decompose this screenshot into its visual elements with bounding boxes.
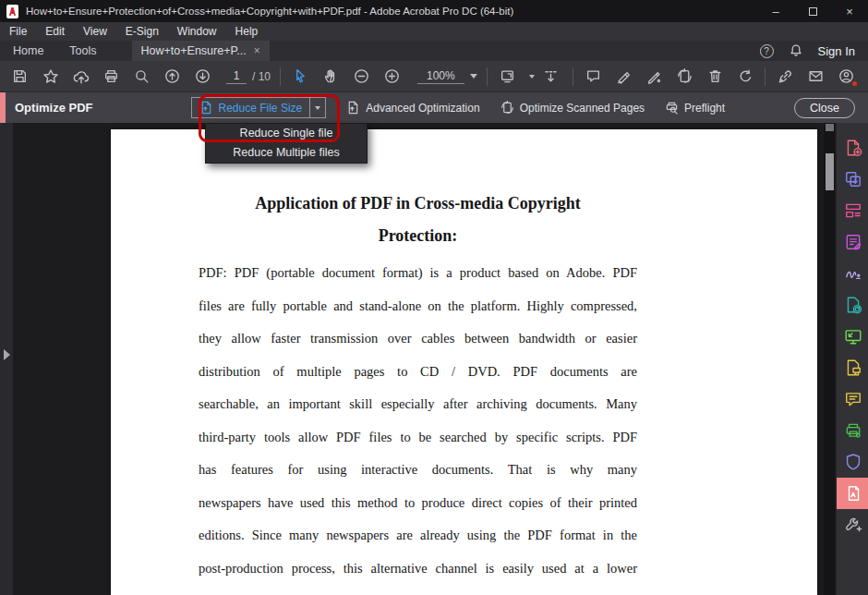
next-page-button[interactable]	[190, 64, 215, 89]
advanced-optimization-label: Advanced Optimization	[366, 102, 479, 115]
zoom-level-input[interactable]: 100%	[417, 69, 464, 84]
document-line: has features for using interactive docum…	[199, 462, 637, 478]
share-people-button[interactable]	[834, 64, 859, 89]
redo-button[interactable]	[733, 64, 758, 89]
reduce-file-size-label: Reduce File Size	[219, 102, 303, 115]
select-cursor-icon	[293, 68, 308, 84]
save-icon	[12, 68, 28, 84]
hand-icon	[323, 68, 339, 84]
email-button[interactable]	[803, 64, 828, 89]
menu-help[interactable]: Help	[226, 22, 268, 41]
preflight-icon	[665, 101, 679, 115]
menu-edit[interactable]: Edit	[36, 22, 74, 41]
select-tool-button[interactable]	[288, 64, 313, 89]
page-number-input[interactable]: 1	[226, 69, 247, 84]
tab-close-icon[interactable]: ×	[254, 44, 260, 57]
advanced-optimization-button[interactable]: Advanced Optimization	[346, 101, 479, 115]
close-window-button[interactable]: ×	[831, 0, 868, 22]
tab-home[interactable]: Home	[0, 41, 56, 61]
sidebar-organize-pages[interactable]	[837, 195, 868, 226]
comment-button[interactable]	[581, 64, 606, 89]
vertical-scrollbar[interactable]	[824, 123, 835, 595]
sign-in-button[interactable]: Sign In	[818, 44, 855, 58]
previous-page-button[interactable]	[160, 64, 185, 89]
expand-panel-arrow-icon[interactable]	[4, 349, 10, 360]
optimize-scanned-pages-button[interactable]: Optimize Scanned Pages	[500, 101, 645, 115]
menu-item-reduce-multiple-files[interactable]: Reduce Multiple files	[206, 143, 367, 163]
zoom-in-button[interactable]	[380, 64, 404, 89]
scan-ocr-icon	[844, 327, 862, 346]
close-tool-button[interactable]: Close	[794, 98, 855, 118]
maximize-button[interactable]	[794, 0, 831, 22]
share-button[interactable]	[68, 64, 93, 89]
highlight-button[interactable]	[611, 64, 636, 89]
zoom-out-button[interactable]	[349, 64, 374, 89]
sidebar-print-production[interactable]	[837, 415, 868, 446]
link-button[interactable]	[773, 64, 798, 89]
star-icon	[42, 68, 59, 85]
menu-item-reduce-single-file[interactable]: Reduce Single file	[206, 124, 367, 143]
dropdown-caret-icon	[315, 106, 320, 110]
reduce-file-size-icon	[199, 101, 213, 115]
sidebar-export-pdf[interactable]	[837, 164, 868, 195]
reduce-file-size-button[interactable]: Reduce File Size	[191, 97, 327, 118]
request-signatures-icon	[844, 358, 862, 377]
print-button[interactable]	[99, 64, 124, 89]
sidebar-scan-ocr[interactable]	[837, 321, 868, 352]
tab-tools[interactable]: Tools	[56, 41, 109, 61]
acrobat-logo-icon	[6, 5, 18, 18]
scrollbar-thumb[interactable]	[826, 153, 834, 190]
protect-shield-icon	[844, 453, 862, 471]
sign-button[interactable]	[642, 64, 667, 89]
document-line: editions. Since many newspapers are alre…	[199, 528, 637, 543]
find-button[interactable]	[129, 64, 154, 89]
sidebar-protect[interactable]	[837, 446, 868, 478]
sidebar-convert-pdf[interactable]	[837, 289, 868, 321]
sidebar-fill-sign[interactable]	[837, 258, 868, 289]
toolbar-separator	[765, 67, 766, 86]
hand-tool-button[interactable]	[319, 64, 344, 89]
page-fit-button[interactable]	[495, 64, 520, 89]
save-button[interactable]	[7, 64, 32, 89]
scan-convert-button[interactable]	[672, 64, 697, 89]
star-button[interactable]	[38, 64, 63, 89]
help-button[interactable]: ?	[760, 44, 774, 58]
page-up-icon	[164, 68, 180, 84]
sidebar-request-signatures[interactable]	[837, 352, 868, 383]
create-pdf-icon	[844, 139, 862, 157]
comments-icon	[844, 390, 862, 408]
page-total-label: / 10	[252, 70, 271, 83]
minimize-button[interactable]: –	[757, 0, 794, 22]
reduce-file-size-dropdown-button[interactable]	[309, 98, 325, 117]
delete-button[interactable]	[703, 64, 728, 89]
tools-sidebar	[836, 123, 868, 595]
advanced-optimization-icon	[346, 101, 360, 115]
document-line: files are fully portable and stand-alone…	[199, 298, 637, 314]
print-icon	[103, 68, 119, 84]
optimize-pdf-icon	[844, 484, 862, 503]
sidebar-create-pdf[interactable]	[837, 132, 868, 164]
menu-esign[interactable]: E-Sign	[116, 22, 168, 41]
zoom-dropdown-caret-icon[interactable]	[470, 74, 477, 79]
convert-pdf-icon	[844, 296, 862, 314]
comment-icon	[585, 68, 601, 84]
document-line: third-party tools allow PDF files to be …	[199, 430, 637, 445]
menu-window[interactable]: Window	[168, 22, 226, 41]
toolbar-separator	[487, 67, 488, 86]
sidebar-comments[interactable]	[837, 383, 868, 415]
page-fit-caret-icon[interactable]	[529, 75, 535, 79]
window-title: How+to+Ensure+Protection+of+Cross+media+…	[26, 6, 513, 17]
tab-document[interactable]: How+to+Ensure+P... ×	[132, 41, 270, 61]
menu-view[interactable]: View	[74, 22, 116, 41]
notifications-button[interactable]	[789, 43, 803, 58]
document-page[interactable]: Application of PDF in Cross-media Copyri…	[111, 129, 817, 595]
scroll-mode-button[interactable]	[538, 64, 563, 89]
sidebar-optimize-pdf-active[interactable]	[837, 478, 868, 509]
sidebar-more-tools[interactable]	[837, 509, 868, 540]
document-line: they allow faster transmission over cabl…	[199, 331, 637, 346]
optimize-accent-bar	[0, 92, 6, 123]
menu-file[interactable]: File	[0, 22, 36, 41]
sidebar-edit-pdf[interactable]	[837, 226, 868, 258]
preflight-button[interactable]: Preflight	[665, 101, 725, 115]
link-icon	[778, 68, 793, 84]
